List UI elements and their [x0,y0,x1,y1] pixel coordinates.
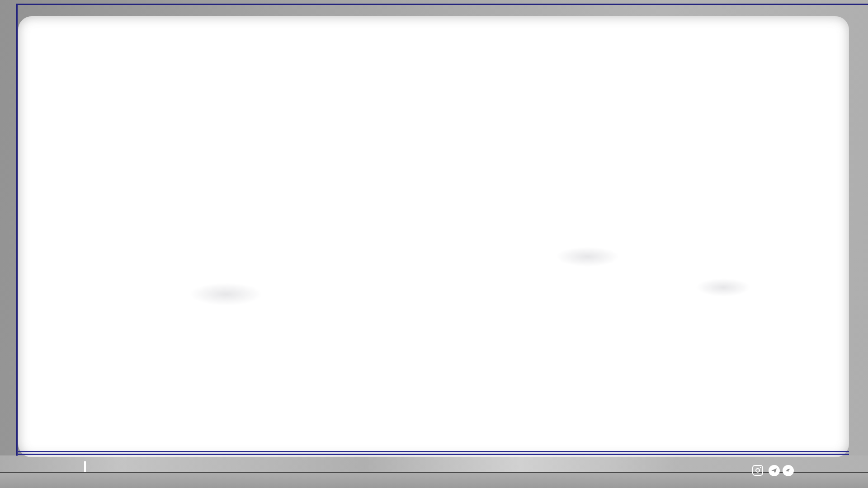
x-axis-line [18,451,849,452]
spectrum-panel [18,16,849,457]
caption-divider [84,461,86,472]
bale-messenger-icon [783,465,794,476]
publisher-watermark [410,458,474,459]
chart-frame-bottom-border [18,454,849,455]
telegram-icon [769,465,780,476]
status-bar [0,473,868,488]
news-caption-bar [0,461,497,473]
social-media-row [752,465,797,476]
instagram-icon [752,465,763,476]
chart-frame-left-border [16,4,18,456]
eds-spectrum-plot[interactable] [18,16,849,457]
chart-frame-top-border [16,4,868,5]
eds-software-screenshot [0,0,868,488]
